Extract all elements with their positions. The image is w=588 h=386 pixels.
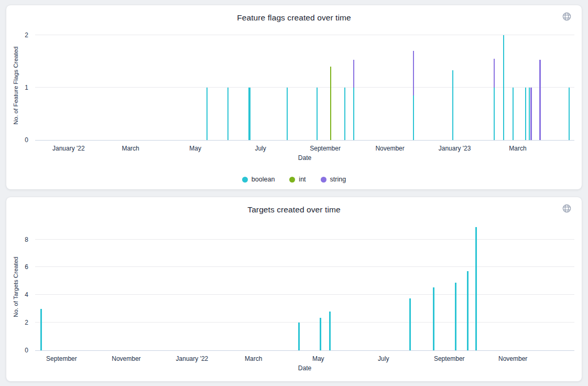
- targets-y-axis-title: No. of Targets Created: [13, 256, 19, 317]
- chart-bar: [494, 31, 495, 140]
- y-axis-tick-label: 8: [25, 237, 28, 243]
- x-axis-tick-label: November: [498, 355, 527, 362]
- bar-segment-boolean: [413, 95, 415, 140]
- chart-bar: [344, 31, 346, 140]
- chart-bar: [329, 224, 331, 350]
- feature-flags-chart-title: Feature flags created over time: [6, 13, 582, 23]
- chart-bar: [409, 224, 411, 350]
- bar-segment-targets: [320, 318, 321, 350]
- legend-color-dot: [289, 177, 295, 183]
- gridline: [35, 87, 574, 88]
- feature-flags-chart-card: Feature flags created over time No. of F…: [6, 5, 582, 189]
- targets-chart-card: Targets created over time No. of Targets…: [6, 197, 582, 381]
- chart-bar: [539, 31, 541, 140]
- bar-segment-targets: [40, 309, 42, 350]
- x-axis-tick-label: March: [245, 355, 262, 362]
- bar-segment-boolean: [529, 88, 530, 140]
- bar-segment-boolean: [317, 88, 318, 140]
- chart-bar: [513, 31, 514, 140]
- x-axis-tick-label: May: [312, 355, 324, 362]
- bar-segment-boolean: [227, 88, 229, 140]
- feature-flags-plot-area: Date 012January '22MarchMayJulySeptember…: [35, 31, 574, 141]
- bar-segment-int: [330, 67, 332, 140]
- legend-item-string[interactable]: string: [321, 176, 346, 183]
- y-axis-tick-label: 6: [25, 264, 28, 270]
- gridline: [35, 322, 574, 323]
- bar-segment-boolean: [503, 35, 505, 140]
- legend-label: boolean: [252, 176, 275, 183]
- x-axis-tick-label: January '23: [439, 145, 471, 152]
- targets-chart-title: Targets created over time: [6, 205, 582, 215]
- flags-y-axis-title: No. of Feature Flags Created: [13, 47, 19, 125]
- chart-bar: [525, 31, 527, 140]
- chart-bar: [475, 224, 477, 350]
- y-axis-tick-label: 1: [25, 84, 28, 91]
- chart-bar: [503, 31, 505, 140]
- flags-chart-globe-button[interactable]: [561, 12, 572, 23]
- chart-bar: [287, 31, 288, 140]
- legend-item-boolean[interactable]: boolean: [242, 176, 275, 183]
- chart-bar: [569, 31, 570, 140]
- bar-segment-string: [353, 60, 355, 88]
- bar-segment-boolean: [206, 88, 208, 140]
- chart-bar: [530, 31, 532, 140]
- chart-bar: [353, 31, 355, 140]
- chart-bar: [248, 31, 251, 140]
- gridline: [35, 294, 574, 295]
- bar-segment-targets: [409, 298, 411, 350]
- chart-bar: [330, 31, 332, 140]
- x-axis-tick-label: January '22: [176, 355, 209, 362]
- bar-segment-boolean: [248, 88, 251, 140]
- chart-bar: [320, 224, 321, 350]
- bar-segment-boolean: [344, 88, 346, 140]
- chart-bar: [467, 224, 469, 350]
- y-axis-tick-label: 2: [25, 319, 28, 326]
- bar-segment-targets: [455, 283, 456, 350]
- legend-label: int: [299, 176, 306, 183]
- bar-segment-boolean: [494, 88, 495, 140]
- x-axis-tick-label: September: [46, 355, 77, 362]
- gridline: [35, 35, 574, 35]
- chart-bar: [455, 224, 456, 350]
- gridline: [35, 266, 574, 267]
- bar-segment-string: [494, 59, 495, 88]
- y-axis-tick-label: 0: [25, 137, 28, 143]
- x-axis-tick-label: July: [378, 355, 389, 362]
- globe-icon: [562, 12, 572, 23]
- flags-chart-legend: booleanintstring: [6, 176, 582, 183]
- legend-label: string: [330, 176, 346, 183]
- x-axis-tick-label: September: [310, 145, 341, 152]
- gridline: [35, 239, 574, 240]
- chart-bar: [317, 31, 318, 140]
- y-axis-tick-label: 2: [25, 32, 28, 38]
- bar-segment-boolean: [287, 88, 288, 140]
- flags-x-axis-title: Date: [298, 154, 311, 162]
- bar-segment-boolean: [452, 70, 454, 140]
- x-axis-tick-label: November: [112, 355, 140, 362]
- chart-bar: [413, 31, 415, 140]
- chart-bar: [529, 31, 530, 140]
- x-axis-tick-label: September: [434, 355, 465, 362]
- bar-segment-targets: [329, 312, 331, 350]
- x-axis-tick-label: March: [122, 145, 139, 152]
- bar-segment-boolean: [513, 88, 514, 140]
- x-axis-tick-label: January '22: [52, 145, 85, 152]
- chart-bar: [227, 31, 229, 140]
- bar-segment-string: [530, 88, 532, 140]
- bar-segment-boolean: [569, 88, 570, 140]
- chart-bar: [40, 224, 42, 350]
- y-axis-tick-label: 4: [25, 292, 28, 298]
- chart-bar: [206, 31, 208, 140]
- x-axis-tick-label: November: [375, 145, 404, 152]
- legend-item-int[interactable]: int: [289, 176, 306, 183]
- x-axis-tick-label: March: [509, 145, 526, 152]
- bar-segment-targets: [433, 287, 434, 350]
- y-axis-tick-label: 0: [25, 347, 28, 353]
- chart-bar: [298, 224, 300, 350]
- bar-segment-targets: [467, 271, 469, 350]
- bar-segment-string: [413, 51, 415, 95]
- legend-color-dot: [321, 177, 326, 183]
- bar-segment-boolean: [353, 88, 355, 140]
- targets-chart-globe-button[interactable]: [561, 203, 572, 215]
- legend-color-dot: [242, 177, 248, 183]
